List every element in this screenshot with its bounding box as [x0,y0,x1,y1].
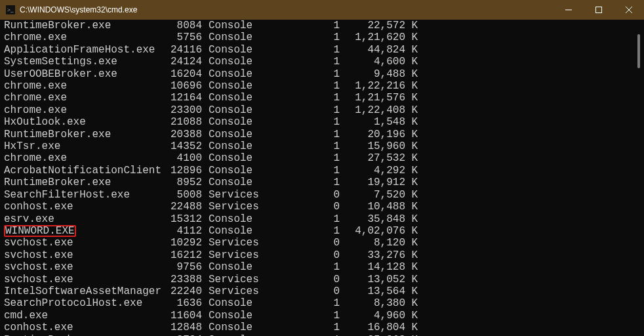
process-pid: 16204 [156,68,202,80]
session-number: 0 [261,189,340,201]
memory-usage: 13,052 [340,274,405,285]
session-name: Console [209,225,261,237]
process-row: RuntimeBroker.exe8084 Console122,572 K [4,20,640,32]
session-name: Console [209,165,261,177]
process-name: SystemSettings.exe [4,56,156,68]
process-name: RuntimeBroker.exe [4,20,156,32]
maximize-button[interactable] [584,0,614,20]
session-name: Console [209,334,261,336]
process-name: chrome.exe [4,104,156,116]
process-pid: 23300 [156,104,202,116]
session-number: 1 [261,177,340,188]
memory-usage: 10,488 [340,201,405,213]
session-number: 1 [261,213,340,225]
memory-unit: K [405,322,418,333]
session-number: 1 [261,68,340,80]
vertical-scrollbar[interactable] [637,34,640,68]
session-name: Console [209,20,261,32]
process-name: svchost.exe [4,249,156,261]
memory-usage: 33,276 [340,249,405,261]
memory-usage: 16,804 [340,322,405,333]
session-number: 1 [261,104,340,116]
session-name: Services [209,249,261,261]
process-row: IntelSoftwareAssetManager22240 Services0… [4,285,640,297]
process-row: cmd.exe11604 Console14,960 K [4,310,640,322]
session-name: Console [209,56,261,68]
process-row: svchost.exe23388 Services013,052 K [4,274,640,285]
process-row: RuntimeBroker.exe9704 Console125,968 K [4,334,640,336]
session-number: 1 [261,140,340,152]
process-name: chrome.exe [4,80,156,92]
process-row: WINWORD.EXE4112 Console14,02,076 K [4,225,640,237]
process-row: RuntimeBroker.exe20388 Console120,196 K [4,129,640,140]
process-name: IntelSoftwareAssetManager [4,285,156,297]
process-pid: 5756 [156,32,202,43]
memory-usage: 4,292 [340,165,405,177]
memory-usage: 1,21,576 [340,92,405,104]
session-name: Console [209,129,261,140]
process-row: chrome.exe23300 Console11,22,408 K [4,104,640,116]
memory-usage: 35,848 [340,213,405,225]
process-row: ApplicationFrameHost.exe24116 Console144… [4,44,640,56]
process-pid: 20388 [156,129,202,140]
session-name: Console [209,68,261,80]
memory-unit: K [405,165,418,177]
memory-usage: 9,488 [340,68,405,80]
session-name: Console [209,152,261,164]
process-pid: 24124 [156,56,202,68]
process-pid: 15312 [156,213,202,225]
memory-usage: 13,564 [340,285,405,297]
process-row: SearchFilterHost.exe5008 Services07,520 … [4,189,640,201]
session-name: Console [209,32,261,43]
memory-usage: 27,532 [340,152,405,164]
memory-usage: 1,22,408 [340,104,405,116]
process-name: SearchProtocolHost.exe [4,297,156,309]
process-row: HxTsr.exe14352 Console115,960 K [4,140,640,152]
process-pid: 8084 [156,20,202,32]
memory-unit: K [405,140,418,152]
session-name: Services [209,237,261,249]
process-row: SystemSettings.exe24124 Console14,600 K [4,56,640,68]
memory-unit: K [405,80,418,92]
process-pid: 21088 [156,116,202,128]
session-number: 1 [261,334,340,336]
memory-usage: 1,22,216 [340,80,405,92]
process-list: RuntimeBroker.exe8084 Console122,572 Kch… [4,20,640,336]
process-pid: 10696 [156,80,202,92]
process-pid: 23388 [156,274,202,285]
memory-unit: K [405,92,418,104]
session-number: 1 [261,261,340,273]
title-bar[interactable]: >_ C:\WINDOWS\system32\cmd.exe [0,0,644,20]
session-number: 0 [261,285,340,297]
process-row: svchost.exe9756 Console114,128 K [4,261,640,273]
process-name: esrv.exe [4,213,156,225]
session-name: Console [209,44,261,56]
process-pid: 4112 [156,225,202,237]
minimize-button[interactable] [553,0,584,20]
terminal-area[interactable]: RuntimeBroker.exe8084 Console122,572 Kch… [0,20,644,336]
session-name: Console [209,92,261,104]
close-button[interactable] [614,0,644,20]
memory-unit: K [405,68,418,80]
process-row: chrome.exe12164 Console11,21,576 K [4,92,640,104]
process-name: conhost.exe [4,322,156,333]
process-pid: 9756 [156,261,202,273]
svg-rect-3 [596,7,602,13]
process-name: chrome.exe [4,152,156,164]
process-name: RuntimeBroker.exe [4,129,156,140]
process-row: esrv.exe15312 Console135,848 K [4,213,640,225]
process-pid: 4100 [156,152,202,164]
session-number: 1 [261,310,340,322]
session-number: 1 [261,80,340,92]
memory-usage: 1,21,620 [340,32,405,43]
process-pid: 22488 [156,201,202,213]
memory-unit: K [405,20,418,32]
memory-unit: K [405,334,418,336]
process-name: ApplicationFrameHost.exe [4,44,156,56]
process-row: chrome.exe5756 Console11,21,620 K [4,32,640,43]
process-pid: 11604 [156,310,202,322]
process-pid: 16212 [156,249,202,261]
process-name: RuntimeBroker.exe [4,177,156,188]
process-name: UserOOBEBroker.exe [4,68,156,80]
process-name: AcrobatNotificationClient [4,165,156,177]
